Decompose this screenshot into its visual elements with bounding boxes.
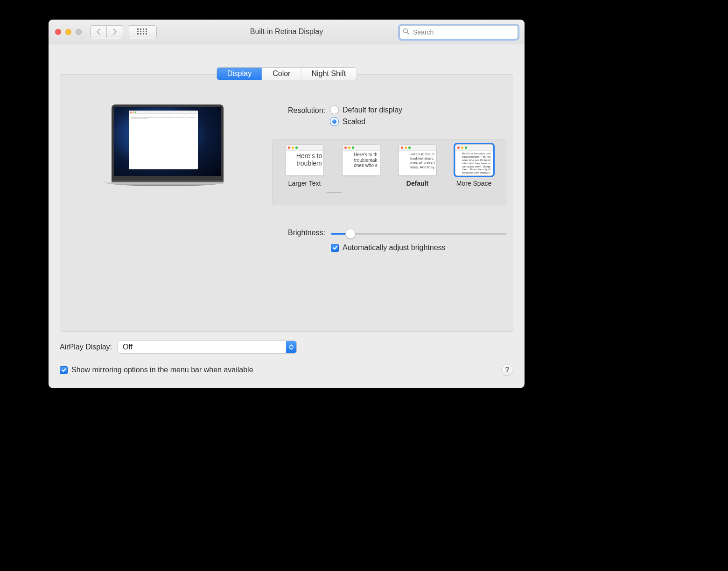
svg-rect-9	[140, 33, 141, 35]
radio-scaled[interactable]: Scaled	[330, 117, 402, 126]
help-button[interactable]: ?	[501, 364, 513, 376]
brightness-label: Brightness:	[267, 229, 325, 237]
svg-line-13	[407, 32, 409, 34]
resolution-label: Resolution:	[267, 106, 325, 115]
maximize-icon	[76, 29, 82, 35]
scale-option-label: Default	[395, 180, 440, 187]
scale-track	[327, 192, 342, 193]
airplay-label: AirPlay Display:	[60, 343, 112, 351]
airplay-row: AirPlay Display: Off	[60, 341, 297, 354]
radio-icon	[330, 117, 339, 126]
scale-option-more-space[interactable]: Here's to the crazy onetroublemakers. Th…	[452, 144, 497, 187]
close-icon[interactable]	[55, 29, 61, 35]
show-all-button[interactable]	[128, 25, 157, 38]
select-arrows-icon	[286, 341, 296, 353]
scale-options: Here's totroublem Larger Text Here's to …	[272, 139, 506, 205]
slider-knob[interactable]	[345, 229, 356, 239]
content-panel: Here's to the crazy ones. The misfits. T…	[60, 74, 513, 332]
radio-label: Scaled	[343, 118, 365, 126]
scale-option-default[interactable]: Here's to the crtroublemakers.ones who s…	[395, 144, 440, 187]
back-button[interactable]	[90, 25, 106, 38]
window-body: Display Color Night Shift Here's to the …	[49, 44, 525, 388]
scale-option-larger-text[interactable]: Here's totroublem Larger Text	[282, 144, 327, 187]
svg-rect-11	[146, 33, 147, 35]
svg-rect-3	[146, 28, 147, 30]
svg-rect-4	[137, 31, 139, 32]
scale-option-2[interactable]: Here's to thtroublemakones who s	[339, 144, 384, 180]
svg-rect-7	[146, 31, 147, 32]
forward-button[interactable]	[106, 25, 123, 38]
auto-brightness-checkbox[interactable]: Automatically adjust brightness	[331, 244, 446, 252]
radio-default-for-display[interactable]: Default for display	[330, 105, 402, 114]
help-icon: ?	[505, 366, 510, 374]
scale-option-label: Larger Text	[282, 180, 327, 187]
brightness-slider[interactable]	[331, 230, 506, 237]
preferences-window: Built-in Retina Display Display Color Ni…	[49, 20, 525, 388]
tab-control: Display Color Night Shift	[217, 68, 357, 80]
traffic-lights	[55, 29, 82, 35]
svg-rect-2	[143, 28, 144, 30]
search-field[interactable]	[399, 25, 518, 39]
svg-rect-8	[137, 33, 139, 35]
resolution-radios: Default for display Scaled	[330, 105, 402, 129]
svg-rect-6	[143, 31, 144, 32]
checkbox-label: Automatically adjust brightness	[343, 244, 446, 252]
tab-color[interactable]: Color	[262, 68, 301, 80]
svg-rect-1	[140, 28, 141, 30]
checkbox-label: Show mirroring options in the menu bar w…	[71, 366, 253, 374]
airplay-value: Off	[123, 343, 133, 351]
svg-rect-5	[140, 31, 141, 32]
tab-display[interactable]: Display	[217, 68, 262, 80]
airplay-select[interactable]: Off	[118, 341, 297, 354]
radio-label: Default for display	[343, 106, 402, 114]
titlebar: Built-in Retina Display	[49, 20, 525, 44]
minimize-icon[interactable]	[65, 29, 71, 35]
checkbox-icon	[331, 244, 339, 252]
search-icon	[403, 28, 409, 36]
toolbar-nav	[90, 25, 157, 38]
slider-track	[331, 233, 506, 235]
tab-night-shift[interactable]: Night Shift	[301, 68, 356, 80]
search-input[interactable]	[412, 28, 515, 36]
radio-icon	[330, 105, 339, 114]
checkbox-icon	[60, 366, 68, 374]
mirroring-checkbox[interactable]: Show mirroring options in the menu bar w…	[60, 366, 253, 374]
svg-rect-10	[143, 33, 144, 35]
device-preview: Here's to the crazy ones. The misfits. T…	[112, 104, 224, 186]
scale-option-label: More Space	[452, 180, 497, 187]
svg-rect-0	[137, 28, 139, 30]
